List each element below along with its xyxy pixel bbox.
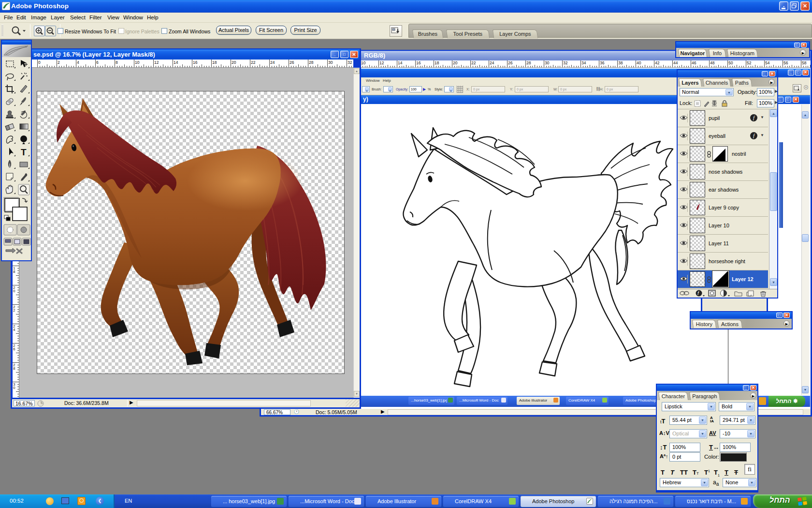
svg-text:T: T [21, 147, 27, 157]
